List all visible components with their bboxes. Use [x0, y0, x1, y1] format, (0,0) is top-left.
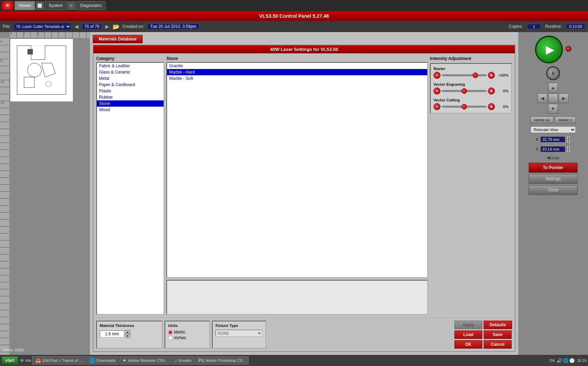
- thickness-up-btn[interactable]: ▲: [125, 330, 130, 334]
- intensity-section: Intensity Adjustment Raster −: [430, 56, 512, 315]
- page-count: 76 of 76: [82, 23, 102, 30]
- y-input[interactable]: [541, 146, 565, 152]
- materials-dialog: 40W Laser Settings for VLS3.50 Category …: [93, 45, 515, 352]
- firefox-icon: 🦊: [35, 358, 41, 363]
- y-up-btn[interactable]: ▲: [566, 146, 571, 149]
- thickness-down-btn[interactable]: ▼: [125, 334, 130, 338]
- nav-tab-viewer[interactable]: Viewer: [15, 1, 35, 10]
- taskbar-item-fmradio[interactable]: ♪ fmradio: [172, 356, 195, 365]
- home-z-btn[interactable]: Home z: [555, 116, 576, 123]
- dialog-body: Category Fabric & Leather Glass & Cerami…: [93, 53, 515, 318]
- vector-cutting-increase-btn[interactable]: +: [488, 103, 495, 110]
- material-preview: [166, 280, 428, 315]
- subcategory-list[interactable]: Granite Marble - Hard Marble - Soft: [166, 62, 428, 278]
- undo-row[interactable]: ◀ Undo: [547, 155, 559, 160]
- tray-icons: 🔊 🌐 🕐: [557, 358, 575, 363]
- raster-decrease-btn[interactable]: −: [434, 72, 440, 79]
- nav-controls: ▲ ◀ · ▶ ▼: [537, 83, 569, 114]
- inches-radio[interactable]: [168, 336, 173, 340]
- bottom-controls: Material Thickness ▲ ▼ Units: [93, 318, 515, 351]
- to-pointer-btn[interactable]: To Pointer: [529, 163, 578, 173]
- units-label: Units: [168, 323, 206, 328]
- vector-engraving-increase-btn[interactable]: +: [488, 87, 495, 94]
- nav-tab-system[interactable]: System: [45, 1, 66, 10]
- raster-label: Raster: [434, 67, 508, 71]
- x-input[interactable]: [541, 137, 565, 142]
- dialog-title: 40W Laser Settings for VLS3.50: [93, 45, 515, 53]
- cat-item-wood[interactable]: Wood: [97, 107, 164, 113]
- materials-database-btn[interactable]: Materials Database: [93, 35, 143, 43]
- inches-label[interactable]: inches: [174, 335, 186, 340]
- nav-tab-diagnostics[interactable]: Diagnostics: [76, 1, 105, 10]
- copies-input[interactable]: [527, 24, 541, 29]
- settings-btn[interactable]: Settings: [529, 174, 578, 184]
- thickness-spinner: ▲ ▼: [125, 330, 130, 338]
- taskbar-item-illustrator[interactable]: ✦ Adobe Illustrator CS4...: [119, 356, 171, 365]
- cat-item-glass[interactable]: Glass & Ceramic: [97, 69, 164, 75]
- action-buttons: Apply Defaults Load Save OK Cancel: [454, 321, 512, 349]
- fixture-type-select[interactable]: NONE: [216, 330, 263, 337]
- defaults-btn[interactable]: Defaults: [484, 321, 512, 329]
- idle-label: Idle: [25, 358, 31, 363]
- undo-arrow-icon: ◀: [547, 155, 550, 160]
- taskbar-item-downloads-label: Downloads: [97, 358, 115, 363]
- raster-slider[interactable]: [442, 74, 487, 76]
- nav-right-btn[interactable]: ▶: [559, 93, 568, 103]
- pause-btn[interactable]: ⏸: [546, 66, 560, 80]
- power-btn[interactable]: [566, 46, 571, 52]
- file-select[interactable]: 76. Laser Cutter Template.ai: [14, 23, 71, 30]
- thickness-input[interactable]: [100, 330, 124, 337]
- right-action-buttons: To Pointer Settings Close: [529, 163, 578, 195]
- vector-engraving-decrease-btn[interactable]: −: [434, 87, 440, 94]
- subcat-item-marble-hard[interactable]: Marble - Hard: [167, 69, 427, 75]
- taskbar-item-downloads[interactable]: 🌐 Downloads: [86, 356, 119, 365]
- x-down-btn[interactable]: ▼: [566, 139, 571, 143]
- cat-item-fabric[interactable]: Fabric & Leather: [97, 63, 164, 69]
- cat-item-paper[interactable]: Paper & Cardboard: [97, 82, 164, 88]
- illustrator-icon: ✦: [122, 358, 127, 363]
- subcat-item-marble-soft[interactable]: Marble - Soft: [167, 75, 427, 82]
- canvas-area: [10, 38, 73, 101]
- y-down-btn[interactable]: ▼: [566, 149, 571, 153]
- folder-icon[interactable]: 📂: [113, 23, 120, 30]
- cat-item-rubber[interactable]: Rubber: [97, 94, 164, 100]
- nav-center-btn[interactable]: ·: [548, 93, 558, 103]
- vector-engraving-slider[interactable]: [442, 90, 487, 92]
- subcat-item-granite[interactable]: Granite: [167, 63, 427, 69]
- y-label: Y:: [536, 147, 539, 151]
- file-bar-right: Copies: Runtime: 0:13:00: [509, 24, 585, 29]
- cat-item-metal[interactable]: Metal: [97, 75, 164, 82]
- close-btn[interactable]: Close: [529, 185, 578, 195]
- nav-left-btn[interactable]: ◀: [537, 93, 547, 103]
- cat-item-stone[interactable]: Stone: [97, 100, 164, 107]
- apply-btn[interactable]: Apply: [454, 321, 482, 329]
- runtime-label: Runtime:: [545, 24, 562, 29]
- play-btn[interactable]: ▶: [535, 36, 563, 63]
- category-list[interactable]: Fabric & Leather Glass & Ceramic Metal P…: [96, 62, 164, 315]
- raster-increase-btn[interactable]: +: [488, 72, 495, 79]
- raster-value: +50%: [496, 73, 508, 77]
- nav-up-btn[interactable]: ▲: [548, 83, 558, 93]
- copies-label: Copies:: [509, 24, 523, 29]
- page-prev-btn[interactable]: ◀: [74, 24, 79, 29]
- vector-cutting-decrease-btn[interactable]: −: [434, 103, 440, 110]
- relocate-view-select[interactable]: Relocate View: [530, 126, 576, 133]
- page-next-btn[interactable]: ▶: [105, 24, 110, 29]
- start-button[interactable]: start: [1, 356, 18, 365]
- cat-item-plastic[interactable]: Plastic: [97, 88, 164, 94]
- taskbar-item-editpost[interactable]: 🦊 Edit Post < Traces of ...: [32, 356, 85, 365]
- vector-cutting-slider[interactable]: [442, 106, 487, 108]
- home-xy-btn[interactable]: Home xy: [530, 116, 553, 123]
- file-label: File:: [3, 24, 11, 29]
- network-icon: 🌐: [563, 358, 568, 363]
- nav-tab-viewer-label: Viewer: [18, 3, 31, 8]
- x-up-btn[interactable]: ▲: [566, 136, 571, 139]
- ok-btn[interactable]: OK: [454, 340, 482, 349]
- metric-radio[interactable]: [168, 330, 173, 335]
- taskbar-item-photoshop[interactable]: Ps Adobe Photoshop CS...: [195, 356, 249, 365]
- save-btn[interactable]: Save: [484, 330, 512, 339]
- cancel-btn[interactable]: Cancel: [484, 340, 512, 349]
- nav-down-btn[interactable]: ▼: [548, 104, 558, 114]
- load-btn[interactable]: Load: [454, 330, 482, 339]
- metric-label[interactable]: Metric: [174, 330, 186, 335]
